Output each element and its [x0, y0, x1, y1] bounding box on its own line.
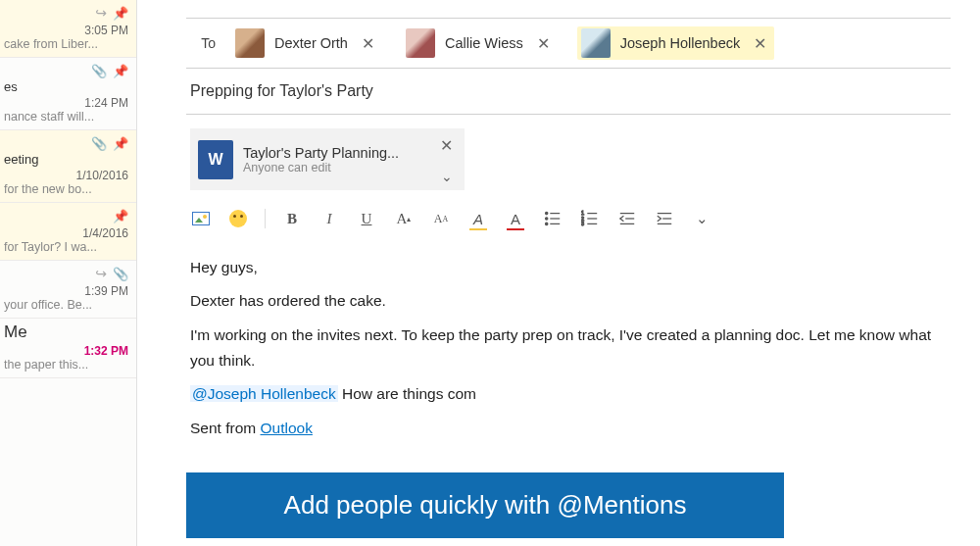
remove-recipient-icon[interactable]: ✕ — [533, 34, 554, 53]
subject-field[interactable]: Prepping for Taylor's Party — [186, 69, 951, 115]
to-label[interactable]: To — [186, 35, 216, 51]
word-doc-icon — [198, 140, 233, 179]
body-line: Dexter has ordered the cake. — [190, 288, 947, 314]
message-time: 1:39 PM — [0, 284, 128, 298]
message-time: 1:32 PM — [0, 344, 128, 358]
remove-recipient-icon[interactable]: ✕ — [750, 34, 770, 53]
font-size-up-button[interactable]: A▴ — [393, 208, 415, 229]
svg-point-4 — [546, 223, 548, 224]
font-color-button[interactable]: A — [505, 208, 526, 229]
avatar — [235, 28, 265, 58]
recipient-list: Dexter Orth ✕ Callie Wiess ✕ Joseph Holl… — [231, 26, 774, 60]
recipient-name: Joseph Hollenbeck — [620, 35, 741, 51]
bullet-list-button[interactable] — [542, 208, 564, 229]
avatar — [406, 28, 435, 58]
flag-icon[interactable]: 📌 — [113, 209, 128, 223]
message-preview: cake from Liber... — [0, 37, 128, 51]
underline-button[interactable]: U — [356, 208, 377, 229]
insert-emoji-button[interactable] — [227, 208, 249, 229]
svg-point-2 — [546, 218, 548, 220]
remove-recipient-icon[interactable]: ✕ — [358, 34, 378, 53]
bold-button[interactable]: B — [281, 208, 303, 229]
recipient-chip[interactable]: Callie Wiess ✕ — [402, 26, 558, 60]
recipient-chip[interactable]: Joseph Hollenbeck ✕ — [577, 26, 775, 60]
message-title: Me — [0, 323, 128, 342]
message-item[interactable]: ↩ 📎 1:39 PM your office. Be... — [0, 261, 136, 319]
attachment-title: Taylor's Party Planning... — [243, 145, 399, 161]
signature: Sent from Outlook — [190, 416, 947, 441]
to-field-row: To Dexter Orth ✕ Callie Wiess ✕ Joseph H… — [186, 18, 951, 69]
attachment-permission: Anyone can edit — [243, 161, 399, 174]
message-item[interactable]: 📌 1/4/2016 for Taylor? I wa... — [0, 203, 136, 261]
remove-attachment-icon[interactable]: ✕ — [440, 136, 453, 155]
message-preview: your office. Be... — [0, 298, 128, 312]
message-title: eeting — [0, 152, 128, 167]
message-preview: the paper this... — [0, 358, 128, 372]
avatar — [581, 28, 611, 58]
flag-icon[interactable]: 📌 — [113, 136, 128, 151]
message-time: 1/4/2016 — [0, 226, 128, 240]
insert-image-button[interactable] — [190, 208, 212, 229]
recipient-name: Dexter Orth — [274, 35, 348, 51]
outdent-button[interactable] — [616, 208, 638, 229]
reply-icon: ↩ — [95, 266, 107, 281]
message-time: 3:05 PM — [0, 24, 128, 37]
message-item[interactable]: 📎 📌 es 1:24 PM nance staff will... — [0, 58, 136, 130]
message-title: es — [0, 79, 128, 94]
message-preview: nance staff will... — [0, 110, 128, 124]
italic-button[interactable]: I — [318, 208, 340, 229]
attachment-bar: Taylor's Party Planning... Anyone can ed… — [186, 115, 951, 198]
highlight-color-button[interactable]: A — [467, 208, 489, 229]
separator — [265, 209, 266, 228]
recipient-name: Callie Wiess — [445, 35, 523, 51]
attachment-icon: 📎 — [113, 267, 128, 281]
font-size-down-button[interactable]: AA — [430, 208, 452, 229]
numbered-list-button[interactable]: 123 — [579, 208, 601, 229]
outlook-link[interactable]: Outlook — [261, 420, 313, 436]
attachment-icon: 📎 — [91, 136, 107, 151]
reply-icon: ↩ — [95, 5, 107, 21]
body-line: @Joseph Hollenbeck How are things com — [190, 381, 947, 407]
compose-pane: To Dexter Orth ✕ Callie Wiess ✕ Joseph H… — [137, 0, 980, 546]
body-line: Hey guys, — [190, 255, 947, 280]
body-line: I'm working on the invites next. To keep… — [190, 323, 947, 374]
message-item[interactable]: Me 1:32 PM the paper this... — [0, 319, 136, 378]
svg-text:3: 3 — [581, 221, 584, 226]
attachment-options-icon[interactable]: ⌄ — [441, 169, 453, 184]
indent-button[interactable] — [654, 208, 675, 229]
recipient-chip[interactable]: Dexter Orth ✕ — [231, 26, 382, 60]
flag-icon[interactable]: 📌 — [113, 64, 128, 78]
mentions-promo-banner: Add people quickly with @Mentions — [186, 472, 784, 538]
flag-icon[interactable]: 📌 — [113, 6, 128, 21]
attachment-icon: 📎 — [91, 64, 107, 78]
attachment-card[interactable]: Taylor's Party Planning... Anyone can ed… — [190, 128, 465, 190]
mention-link[interactable]: @Joseph Hollenbeck — [190, 385, 338, 402]
message-preview: for the new bo... — [0, 182, 128, 196]
message-item[interactable]: ↩ 📌 3:05 PM cake from Liber... — [0, 0, 136, 58]
format-toolbar: B I U A▴ AA A A 123 ⌄ — [186, 198, 951, 241]
message-time: 1/10/2016 — [0, 169, 128, 182]
message-item[interactable]: 📎 📌 eeting 1/10/2016 for the new bo... — [0, 130, 136, 203]
message-time: 1:24 PM — [0, 96, 128, 110]
more-format-options-button[interactable]: ⌄ — [691, 208, 712, 229]
svg-point-0 — [546, 212, 548, 214]
message-body[interactable]: Hey guys, Dexter has ordered the cake. I… — [186, 241, 951, 455]
message-list: ↩ 📌 3:05 PM cake from Liber... 📎 📌 es 1:… — [0, 0, 137, 546]
message-preview: for Taylor? I wa... — [0, 240, 128, 254]
